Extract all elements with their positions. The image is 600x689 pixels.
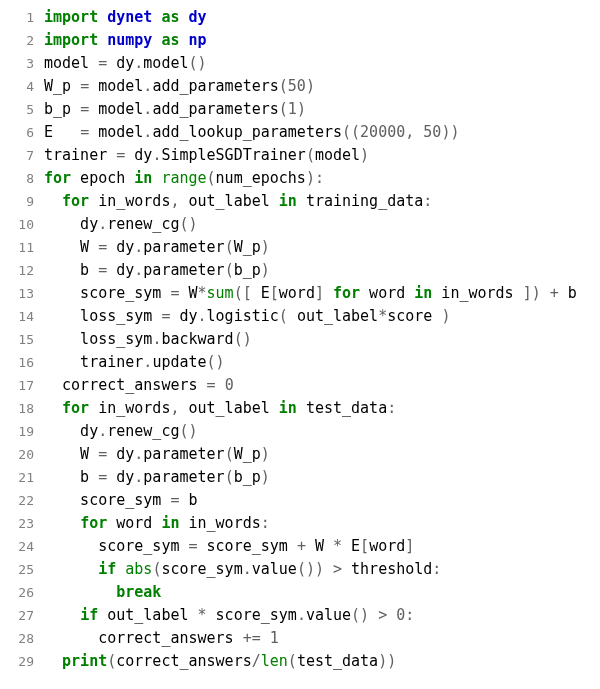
code-line: 24 score_sym = score_sym + W * E[word]: [0, 535, 600, 558]
operator-token: +: [297, 537, 306, 555]
code-content: if out_label * score_sym.value() > 0:: [44, 604, 600, 627]
operator-token: )): [441, 123, 459, 141]
line-number: 1: [0, 6, 44, 29]
operator-token: ([: [234, 284, 252, 302]
line-number: 23: [0, 512, 44, 535]
operator-token: (): [179, 215, 197, 233]
operator-token: :: [261, 514, 270, 532]
operator-token: .: [134, 238, 143, 256]
operator-token: *: [333, 537, 342, 555]
code-content: correct_answers += 1: [44, 627, 600, 650]
operator-token: =: [80, 123, 89, 141]
operator-token: *: [378, 307, 387, 325]
code-line: 26 break: [0, 581, 600, 604]
operator-token: (: [152, 560, 161, 578]
line-number: 12: [0, 259, 44, 282]
operator-token: ):: [306, 169, 324, 187]
operator-token: ): [261, 445, 270, 463]
code-line: 13 score_sym = W*sum([ E[word] for word …: [0, 282, 600, 305]
line-number: 15: [0, 328, 44, 351]
keyword-token: in: [279, 399, 297, 417]
keyword-token: as: [161, 31, 179, 49]
line-number: 24: [0, 535, 44, 558]
builtin-token: abs: [125, 560, 152, 578]
number-token: 50: [288, 77, 306, 95]
line-number: 9: [0, 190, 44, 213]
operator-token: =: [170, 284, 179, 302]
operator-token: ): [297, 100, 306, 118]
operator-token: :: [432, 560, 441, 578]
line-number: 13: [0, 282, 44, 305]
operator-token: (: [306, 146, 315, 164]
keyword-token: import: [44, 8, 98, 26]
code-content: correct_answers = 0: [44, 374, 600, 397]
operator-token: =: [80, 77, 89, 95]
code-line: 5b_p = model.add_parameters(1): [0, 98, 600, 121]
keyword-token: as: [161, 8, 179, 26]
code-line: 22 score_sym = b: [0, 489, 600, 512]
operator-token: .: [243, 560, 252, 578]
code-content: trainer.update(): [44, 351, 600, 374]
code-content: b = dy.parameter(b_p): [44, 259, 600, 282]
operator-token: :: [423, 192, 432, 210]
operator-token: =: [116, 146, 125, 164]
line-number: 8: [0, 167, 44, 190]
operator-token: .: [297, 606, 306, 624]
operator-token: .: [143, 353, 152, 371]
operator-token: ,: [170, 192, 188, 210]
operator-token: () >: [351, 606, 396, 624]
operator-token: =: [170, 491, 179, 509]
operator-token: ()) >: [297, 560, 351, 578]
code-content: W = dy.parameter(W_p): [44, 236, 600, 259]
code-line: 21 b = dy.parameter(b_p): [0, 466, 600, 489]
operator-token: (: [107, 652, 116, 670]
line-number: 6: [0, 121, 44, 144]
operator-token: =: [98, 468, 107, 486]
code-line: 19 dy.renew_cg(): [0, 420, 600, 443]
code-content: model = dy.model(): [44, 52, 600, 75]
number-token: 0: [396, 606, 405, 624]
code-content: loss_sym.backward(): [44, 328, 600, 351]
operator-token: =: [98, 54, 107, 72]
code-content: if abs(score_sym.value()) > threshold:: [44, 558, 600, 581]
operator-token: .: [152, 146, 161, 164]
code-line: 1import dynet as dy: [0, 6, 600, 29]
code-content: print(correct_answers/len(test_data)): [44, 650, 600, 673]
operator-token: (: [279, 307, 297, 325]
line-number: 14: [0, 305, 44, 328]
line-number: 18: [0, 397, 44, 420]
code-content: for in_words, out_label in test_data:: [44, 397, 600, 420]
operator-token: =: [161, 307, 170, 325]
line-number: 26: [0, 581, 44, 604]
line-number: 25: [0, 558, 44, 581]
operator-token: (: [225, 238, 234, 256]
code-line: 28 correct_answers += 1: [0, 627, 600, 650]
code-line: 6E = model.add_lookup_parameters((20000,…: [0, 121, 600, 144]
operator-token: (: [207, 169, 216, 187]
operator-token: (: [279, 77, 288, 95]
code-content: score_sym = score_sym + W * E[word]: [44, 535, 600, 558]
operator-token: .: [134, 261, 143, 279]
keyword-token: in: [414, 284, 432, 302]
operator-token: ]: [315, 284, 333, 302]
keyword-token: break: [116, 583, 161, 601]
line-number: 27: [0, 604, 44, 627]
code-line: 16 trainer.update(): [0, 351, 600, 374]
operator-token: ((: [342, 123, 360, 141]
code-line: 12 b = dy.parameter(b_p): [0, 259, 600, 282]
operator-token: .: [98, 422, 107, 440]
line-number: 5: [0, 98, 44, 121]
code-line: 9 for in_words, out_label in training_da…: [0, 190, 600, 213]
keyword-token: for: [62, 399, 89, 417]
code-content: for word in in_words:: [44, 512, 600, 535]
operator-token: ): [441, 307, 450, 325]
builtin-token: range: [161, 169, 206, 187]
code-content: W = dy.parameter(W_p): [44, 443, 600, 466]
keyword-token: in: [161, 514, 179, 532]
code-block: 1import dynet as dy2import numpy as np3m…: [0, 0, 600, 679]
line-number: 17: [0, 374, 44, 397]
operator-token: .: [98, 215, 107, 233]
code-line: 7trainer = dy.SimpleSGDTrainer(model): [0, 144, 600, 167]
number-token: 0: [225, 376, 234, 394]
line-number: 3: [0, 52, 44, 75]
